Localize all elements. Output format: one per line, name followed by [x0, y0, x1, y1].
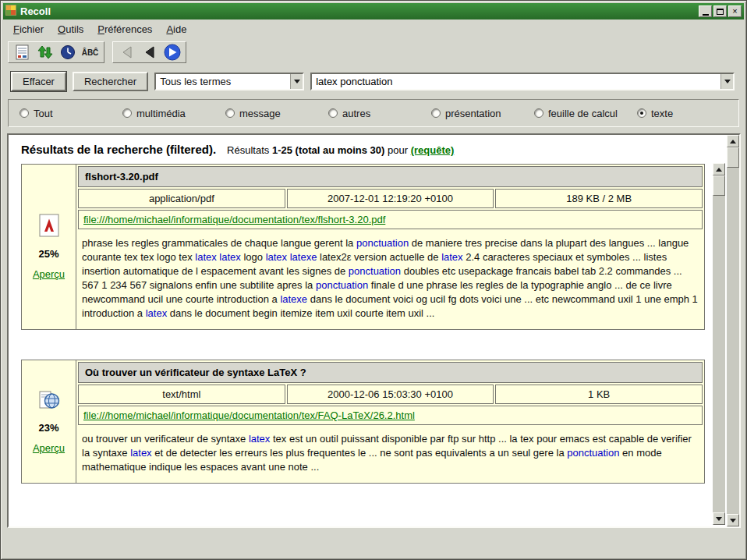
- radio-label: autres: [342, 108, 370, 119]
- results-frame: Résultats de la recherche (filtered).Rés…: [7, 133, 741, 528]
- category-filter-row: Tout multimédia message autres présentat…: [8, 99, 739, 127]
- search-input[interactable]: [312, 74, 720, 89]
- radio-icon: [19, 108, 29, 118]
- search-mode-dropdown-icon[interactable]: [290, 74, 303, 89]
- radio-icon: [431, 108, 441, 118]
- pdf-file-icon: [39, 214, 59, 239]
- result-meta-row: text/html 2000-12-06 15:03:30 +0100 1 KB: [78, 385, 703, 404]
- result-url-link[interactable]: file:///home/michael/informatique/docume…: [83, 409, 415, 421]
- result-snippet: ou trouver un verificateur de syntaxe la…: [78, 427, 703, 481]
- result-title: Où trouver un vérificateur de syntaxe La…: [78, 362, 703, 383]
- scrollbar-thumb[interactable]: [713, 175, 725, 196]
- result-side-panel: 25% Aperçu: [22, 165, 76, 329]
- clear-button[interactable]: Effacer: [11, 72, 66, 91]
- radio-label: présentation: [445, 108, 501, 119]
- document-table-icon[interactable]: [12, 43, 32, 62]
- result-item: 25% Aperçu flshort-3.20.pdf application/…: [21, 164, 705, 330]
- outer-scrollbar: [727, 135, 739, 526]
- results-title: Résultats de la recherche (filtered).: [21, 143, 216, 156]
- toolbar-group-navigation: [112, 41, 186, 63]
- html-globe-icon: [38, 389, 60, 413]
- radio-label: message: [239, 108, 281, 119]
- menu-aide[interactable]: Aide: [159, 21, 193, 37]
- menubar: Fichier Outils Préférences Aide: [3, 20, 744, 38]
- close-button-icon[interactable]: ×: [728, 5, 742, 17]
- result-url-row: file:///home/michael/informatique/docume…: [78, 406, 703, 425]
- radio-icon: [328, 108, 338, 118]
- radio-autres[interactable]: autres: [328, 108, 431, 119]
- result-list: Résultats de la recherche (filtered).Rés…: [9, 135, 727, 526]
- window-controls: ×: [699, 5, 742, 17]
- titlebar: Recoll ×: [3, 3, 744, 19]
- result-side-panel: 23% Aperçu: [22, 360, 76, 483]
- scrollbar-track[interactable]: [727, 168, 739, 514]
- result-main: flshort-3.20.pdf application/pdf 2007-12…: [76, 165, 704, 329]
- search-mode-value: Tous les termes: [156, 76, 290, 87]
- scrollbar-track[interactable]: [713, 196, 725, 512]
- result-main: Où trouver un vérificateur de syntaxe La…: [76, 360, 704, 483]
- result-snippet: phrase les regles grammaticales de chaqu…: [78, 231, 703, 328]
- radio-label: multimédia: [136, 108, 186, 119]
- window-title: Recoll: [20, 5, 51, 17]
- menu-outils[interactable]: Outils: [51, 21, 90, 37]
- result-url-row: file:///home/michael/informatique/docume…: [78, 210, 703, 229]
- result-date: 2007-12-01 12:19:20 +0100: [287, 189, 494, 208]
- scroll-up-icon[interactable]: [713, 163, 725, 175]
- toolbar: ÂBĈ: [3, 40, 744, 65]
- radio-presentation[interactable]: présentation: [431, 108, 534, 119]
- toolbar-group-actions: ÂBĈ: [8, 41, 104, 63]
- app-icon: [5, 5, 16, 18]
- query-link[interactable]: (requête): [411, 144, 455, 156]
- scroll-up-icon[interactable]: [727, 135, 739, 147]
- minimize-button-icon[interactable]: [699, 5, 712, 17]
- update-index-icon[interactable]: [35, 43, 55, 62]
- results-range: 1-25 (total au moins 30): [272, 144, 384, 156]
- preview-link[interactable]: Aperçu: [33, 268, 65, 280]
- scroll-down-icon[interactable]: [727, 514, 739, 526]
- menu-preferences[interactable]: Préférences: [90, 21, 159, 37]
- page-next-icon[interactable]: [162, 43, 182, 62]
- page-first-icon[interactable]: [117, 43, 136, 62]
- search-mode-select[interactable]: Tous les termes: [154, 73, 304, 90]
- result-date: 2000-12-06 15:03:30 +0100: [287, 385, 494, 404]
- radio-icon: [637, 108, 646, 118]
- search-row: Effacer Rechercher Tous les termes: [3, 71, 744, 91]
- result-size: 189 KB / 2 MB: [495, 189, 703, 208]
- radio-icon: [225, 108, 235, 118]
- preview-link[interactable]: Aperçu: [33, 442, 65, 454]
- radio-label: feuille de calcul: [548, 108, 618, 119]
- result-url-link[interactable]: file:///home/michael/informatique/docume…: [83, 214, 385, 225]
- result-meta-row: application/pdf 2007-12-01 12:19:20 +010…: [78, 189, 703, 208]
- result-mime: application/pdf: [78, 189, 285, 208]
- results-header: Résultats de la recherche (filtered).Rés…: [15, 140, 705, 156]
- maximize-button-icon[interactable]: [713, 5, 727, 17]
- result-mime: text/html: [78, 385, 285, 404]
- radio-icon: [122, 108, 132, 118]
- menu-fichier[interactable]: Fichier: [6, 21, 51, 37]
- relevance-percent: 25%: [38, 248, 58, 260]
- radio-texte[interactable]: texte: [637, 108, 673, 119]
- search-query-dropdown-icon[interactable]: [720, 74, 733, 89]
- result-size: 1 KB: [495, 385, 703, 404]
- result-title: flshort-3.20.pdf: [78, 166, 703, 187]
- inner-scrollbar: [713, 163, 725, 525]
- search-button[interactable]: Rechercher: [73, 72, 148, 91]
- scroll-down-icon[interactable]: [713, 512, 725, 525]
- term-explorer-icon[interactable]: ÂBĈ: [80, 43, 100, 62]
- history-clock-icon[interactable]: [58, 43, 77, 62]
- radio-label: texte: [651, 108, 673, 119]
- radio-tout[interactable]: Tout: [19, 108, 122, 119]
- recoll-window: Recoll × Fichier Outils Préférences Aide…: [0, 0, 747, 560]
- radio-icon: [534, 108, 543, 118]
- radio-label: Tout: [34, 108, 53, 119]
- scrollbar-thumb[interactable]: [727, 147, 739, 168]
- result-item: 23% Aperçu Où trouver un vérificateur de…: [21, 360, 705, 484]
- search-query-combo: [310, 73, 735, 90]
- page-previous-icon[interactable]: [140, 43, 159, 62]
- radio-multimedia[interactable]: multimédia: [122, 108, 225, 119]
- relevance-percent: 23%: [38, 422, 58, 434]
- radio-message[interactable]: message: [225, 108, 328, 119]
- radio-feuille-de-calcul[interactable]: feuille de calcul: [534, 108, 637, 119]
